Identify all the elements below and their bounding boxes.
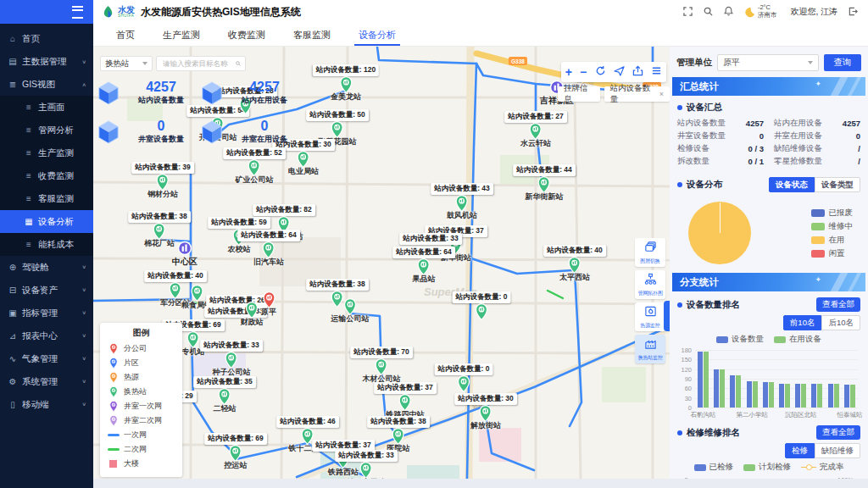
tab-客服监测[interactable]: 客服监测 xyxy=(293,24,331,46)
sidebar-item-GIS视图[interactable]: ≣GIS视图∧ xyxy=(0,73,93,96)
view-all-button[interactable]: 查看全部 xyxy=(816,297,860,312)
legend-label: 一次网 xyxy=(124,430,147,441)
tag-chip[interactable]: 站内设备数量 × xyxy=(604,86,670,102)
marker-name: 太平西站 xyxy=(559,272,590,283)
map-marker-种子公司站[interactable]: 站内设备数量: 33种子公司站 xyxy=(200,340,263,378)
report-icon: ⊿ xyxy=(7,331,19,341)
tab-收费监测[interactable]: 收费监测 xyxy=(228,24,265,46)
tool-label: 热源监控 xyxy=(640,322,659,329)
sidebar-item-收费监测[interactable]: ≡收费监测 xyxy=(0,164,93,187)
map-marker-铁路四中站[interactable]: 站内设备数量: 37铁路四中站 xyxy=(374,382,437,420)
map-marker-解放街站[interactable]: 站内设备数量: 30解放街站 xyxy=(454,393,517,431)
sidebar-item-能耗成本[interactable]: ≡能耗成本 xyxy=(0,233,93,256)
page-title: 水发能源盾安供热GIS地理信息系统 xyxy=(141,5,301,19)
sidebar-item-主数据管理[interactable]: ▤主数据管理∨ xyxy=(0,50,93,73)
search-icon[interactable] xyxy=(236,59,241,68)
map-search-box[interactable] xyxy=(156,56,246,71)
sidebar-item-客服监测[interactable]: ≡客服监测 xyxy=(0,187,93,210)
search-icon[interactable] xyxy=(704,4,713,19)
map-tool-换热站监控[interactable]: 换热站监控 xyxy=(635,335,665,363)
toggle-设备状态[interactable]: 设备状态 xyxy=(769,177,815,192)
pie-chart[interactable] xyxy=(688,202,751,264)
sidebar-item-移动端[interactable]: ▯移动端∨ xyxy=(0,393,93,416)
map-marker-木材公司站[interactable]: 站内设备数量: 70木材公司站 xyxy=(350,347,413,385)
pin-icon xyxy=(340,76,353,93)
sidebar-item-管网分析[interactable]: ≡管网分析 xyxy=(0,119,93,141)
view-all-button[interactable]: 查看全部 xyxy=(816,425,860,440)
list-icon: ≡ xyxy=(23,125,35,135)
station-type-value: 换热站 xyxy=(105,58,130,69)
device-count-bar-chart[interactable]: 1801501209060300石豹沟站第二小学站沉陷区北站恒泰城站 xyxy=(676,347,861,419)
navigate-button[interactable] xyxy=(614,64,625,80)
sidebar-item-生产监测[interactable]: ≡生产监测 xyxy=(0,141,93,164)
toggle-检修[interactable]: 检修 xyxy=(785,443,815,458)
sidebar-item-label: 系统管理 xyxy=(22,376,58,388)
map-marker[interactable]: 站内设备数量: 0 xyxy=(453,291,511,320)
sidebar-item-主画面[interactable]: ≡主画面 xyxy=(0,96,93,119)
layer-list-button[interactable] xyxy=(651,64,662,80)
map-marker[interactable]: 站内设备数量: 0 xyxy=(435,363,493,392)
zoom-in-button[interactable]: + xyxy=(565,66,572,78)
bell-icon[interactable] xyxy=(724,4,733,19)
map-marker-财政站[interactable]: 财政站 xyxy=(241,302,264,328)
tab-设备分析[interactable]: 设备分析 xyxy=(359,24,396,46)
map-tool-热源监控[interactable]: 热源监控 xyxy=(635,302,665,331)
map-marker[interactable]: 站内设备数量: 33 xyxy=(399,233,462,245)
toggle-前10名[interactable]: 前10名 xyxy=(783,315,822,330)
map-marker-果品站[interactable]: 站内设备数量: 64果品站 xyxy=(392,247,455,285)
map-tool-图层切换[interactable]: 图层切换 xyxy=(635,238,665,267)
marker-count-label: 站内设备数量: 35 xyxy=(193,376,256,388)
sidebar-item-驾驶舱[interactable]: ⊕驾驶舱∨ xyxy=(0,256,93,279)
marker-count-label: 站内设备数量: 39 xyxy=(131,162,194,174)
sidebar-collapse-button[interactable] xyxy=(0,0,93,24)
search-input[interactable] xyxy=(161,58,236,69)
map-marker-旧汽车站[interactable]: 站内设备数量: 64旧汽车站 xyxy=(237,230,300,268)
tab-生产监测[interactable]: 生产监测 xyxy=(163,24,200,46)
panel-collapse-handle[interactable] xyxy=(664,301,670,331)
map-marker-水云轩站[interactable]: 站内设备数量: 27水云轩站 xyxy=(504,111,567,149)
query-button[interactable]: 查询 xyxy=(824,54,861,71)
zoom-out-button[interactable]: − xyxy=(580,66,587,78)
reset-view-button[interactable] xyxy=(595,64,606,80)
stat-label: 零星抢修数量 xyxy=(774,156,822,167)
sidebar-item-报表中心[interactable]: ⊿报表中心∨ xyxy=(0,324,93,347)
sidebar-item-系统管理[interactable]: ⚙系统管理∨ xyxy=(0,370,93,393)
map-marker-钢材分站[interactable]: 站内设备数量: 39钢材分站 xyxy=(131,162,194,200)
toggle-设备类型[interactable]: 设备类型 xyxy=(815,177,860,192)
map-tool-管网拓扑图[interactable]: 管网拓扑图 xyxy=(635,270,665,299)
map-marker-太平西站[interactable]: 站内设备数量: 40太平西站 xyxy=(543,245,606,283)
sidebar-item-设备分析[interactable]: ▦设备分析 xyxy=(0,210,93,233)
sidebar-item-指标管理[interactable]: ▣指标管理∨ xyxy=(0,302,93,324)
tab-首页[interactable]: 首页 xyxy=(116,24,135,46)
logout-icon[interactable] xyxy=(849,4,858,19)
city-label: 济南市 xyxy=(758,12,777,19)
sidebar-item-气象管理[interactable]: ∿气象管理∨ xyxy=(0,347,93,370)
map-canvas[interactable]: G338 G338 平安西大街 新建东街 SuperMap 换热站 4257站内… xyxy=(93,47,670,479)
toggle-后10名[interactable]: 后10名 xyxy=(821,315,860,330)
map-marker-运输公司站[interactable]: 运输公司站 xyxy=(331,298,370,324)
list-icon: ≡ xyxy=(23,194,35,203)
map-marker-医院站[interactable]: 站内设备数量: 38医院站 xyxy=(367,416,430,454)
toggle-缺陷维修[interactable]: 缺陷维修 xyxy=(815,443,860,458)
map-marker-二轻站[interactable]: 站内设备数量: 35二轻站 xyxy=(193,376,256,414)
tab-bar: 首页生产监测收费监测客服监测设备分析 xyxy=(93,24,868,47)
sidebar-item-设备资产[interactable]: ⊟设备资产∨ xyxy=(0,279,93,302)
export-button[interactable] xyxy=(632,64,643,80)
unit-select[interactable]: 原平 xyxy=(717,54,819,71)
map-marker-新华街新站[interactable]: 站内设备数量: 44新华街新站 xyxy=(513,164,576,202)
fullscreen-icon[interactable] xyxy=(683,4,693,19)
map-marker-鼓风机站[interactable]: 站内设备数量: 43鼓风机站 xyxy=(431,183,493,221)
topology-icon xyxy=(644,273,657,289)
map-marker-矿业公司站[interactable]: 站内设备数量: 52矿业公司站 xyxy=(223,147,286,186)
sidebar-item-label: 驾驶舱 xyxy=(22,262,49,274)
map-marker-控运站[interactable]: 站内设备数量: 69控运站 xyxy=(204,433,267,471)
sidebar-item-首页[interactable]: ⌂首页 xyxy=(0,27,93,50)
map-marker-原平[interactable]: 原平 xyxy=(261,291,276,318)
close-icon[interactable]: × xyxy=(659,90,664,98)
district-marker-中心区[interactable]: 中心区 xyxy=(172,241,198,268)
stat-label: 站内设备数量 xyxy=(677,118,726,129)
map-marker-金美龙站[interactable]: 站内设备数量: 120金美龙站 xyxy=(313,64,379,103)
station-type-select[interactable]: 换热站 xyxy=(100,56,153,71)
marker-name: 财政站 xyxy=(241,317,264,328)
map-marker-铁路高层站[interactable]: 站内设备数量: 33铁路高层站 xyxy=(335,450,398,479)
